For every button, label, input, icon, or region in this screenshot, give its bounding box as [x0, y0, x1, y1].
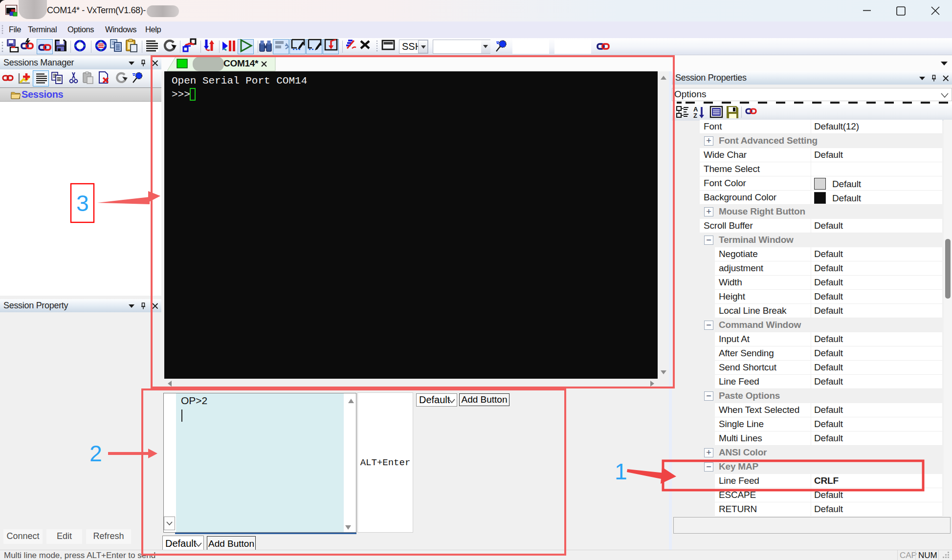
svg-text:Z: Z — [693, 112, 697, 119]
